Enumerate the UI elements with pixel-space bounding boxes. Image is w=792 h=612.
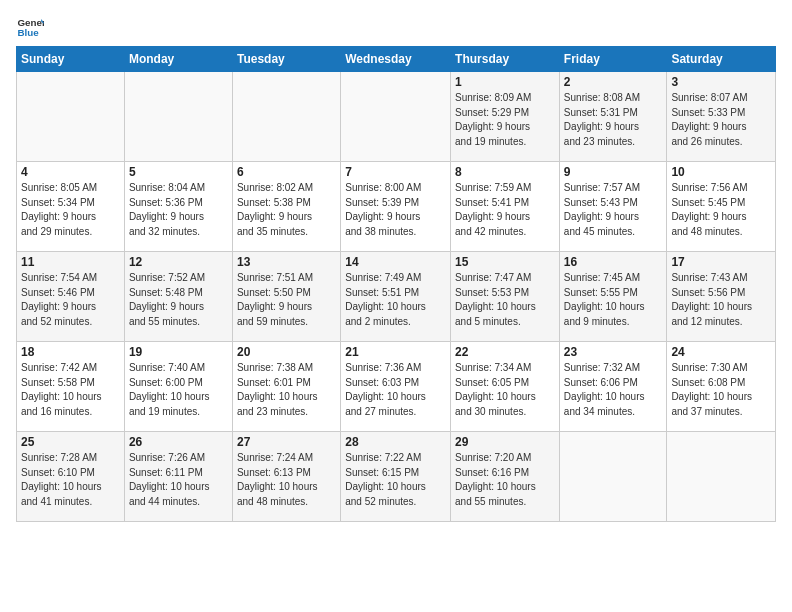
day-cell — [559, 432, 667, 522]
day-number: 8 — [455, 165, 555, 179]
week-row-2: 4Sunrise: 8:05 AM Sunset: 5:34 PM Daylig… — [17, 162, 776, 252]
logo: General Blue — [16, 12, 46, 40]
day-info: Sunrise: 7:52 AM Sunset: 5:48 PM Dayligh… — [129, 271, 228, 329]
week-row-4: 18Sunrise: 7:42 AM Sunset: 5:58 PM Dayli… — [17, 342, 776, 432]
day-info: Sunrise: 7:38 AM Sunset: 6:01 PM Dayligh… — [237, 361, 336, 419]
calendar-header: SundayMondayTuesdayWednesdayThursdayFrid… — [17, 47, 776, 72]
header-cell-thursday: Thursday — [451, 47, 560, 72]
day-number: 23 — [564, 345, 663, 359]
day-cell: 22Sunrise: 7:34 AM Sunset: 6:05 PM Dayli… — [451, 342, 560, 432]
calendar-body: 1Sunrise: 8:09 AM Sunset: 5:29 PM Daylig… — [17, 72, 776, 522]
day-cell: 11Sunrise: 7:54 AM Sunset: 5:46 PM Dayli… — [17, 252, 125, 342]
day-cell: 6Sunrise: 8:02 AM Sunset: 5:38 PM Daylig… — [232, 162, 340, 252]
day-number: 16 — [564, 255, 663, 269]
week-row-1: 1Sunrise: 8:09 AM Sunset: 5:29 PM Daylig… — [17, 72, 776, 162]
day-cell — [124, 72, 232, 162]
day-number: 26 — [129, 435, 228, 449]
week-row-5: 25Sunrise: 7:28 AM Sunset: 6:10 PM Dayli… — [17, 432, 776, 522]
day-cell: 26Sunrise: 7:26 AM Sunset: 6:11 PM Dayli… — [124, 432, 232, 522]
day-number: 18 — [21, 345, 120, 359]
day-cell: 24Sunrise: 7:30 AM Sunset: 6:08 PM Dayli… — [667, 342, 776, 432]
day-number: 20 — [237, 345, 336, 359]
day-info: Sunrise: 7:42 AM Sunset: 5:58 PM Dayligh… — [21, 361, 120, 419]
day-number: 14 — [345, 255, 446, 269]
day-cell: 21Sunrise: 7:36 AM Sunset: 6:03 PM Dayli… — [341, 342, 451, 432]
day-cell: 9Sunrise: 7:57 AM Sunset: 5:43 PM Daylig… — [559, 162, 667, 252]
day-number: 3 — [671, 75, 771, 89]
calendar-table: SundayMondayTuesdayWednesdayThursdayFrid… — [16, 46, 776, 522]
week-row-3: 11Sunrise: 7:54 AM Sunset: 5:46 PM Dayli… — [17, 252, 776, 342]
day-number: 1 — [455, 75, 555, 89]
day-number: 17 — [671, 255, 771, 269]
day-number: 13 — [237, 255, 336, 269]
day-info: Sunrise: 7:45 AM Sunset: 5:55 PM Dayligh… — [564, 271, 663, 329]
day-number: 4 — [21, 165, 120, 179]
day-number: 11 — [21, 255, 120, 269]
day-number: 29 — [455, 435, 555, 449]
day-info: Sunrise: 7:36 AM Sunset: 6:03 PM Dayligh… — [345, 361, 446, 419]
day-info: Sunrise: 7:24 AM Sunset: 6:13 PM Dayligh… — [237, 451, 336, 509]
day-cell: 23Sunrise: 7:32 AM Sunset: 6:06 PM Dayli… — [559, 342, 667, 432]
day-info: Sunrise: 8:09 AM Sunset: 5:29 PM Dayligh… — [455, 91, 555, 149]
day-cell: 5Sunrise: 8:04 AM Sunset: 5:36 PM Daylig… — [124, 162, 232, 252]
day-number: 22 — [455, 345, 555, 359]
day-number: 25 — [21, 435, 120, 449]
day-info: Sunrise: 7:51 AM Sunset: 5:50 PM Dayligh… — [237, 271, 336, 329]
day-number: 10 — [671, 165, 771, 179]
day-info: Sunrise: 8:07 AM Sunset: 5:33 PM Dayligh… — [671, 91, 771, 149]
day-cell: 3Sunrise: 8:07 AM Sunset: 5:33 PM Daylig… — [667, 72, 776, 162]
day-number: 9 — [564, 165, 663, 179]
header-cell-monday: Monday — [124, 47, 232, 72]
day-cell: 25Sunrise: 7:28 AM Sunset: 6:10 PM Dayli… — [17, 432, 125, 522]
day-info: Sunrise: 7:54 AM Sunset: 5:46 PM Dayligh… — [21, 271, 120, 329]
header-cell-wednesday: Wednesday — [341, 47, 451, 72]
day-info: Sunrise: 7:28 AM Sunset: 6:10 PM Dayligh… — [21, 451, 120, 509]
header-cell-saturday: Saturday — [667, 47, 776, 72]
header: General Blue — [16, 12, 776, 40]
day-cell — [17, 72, 125, 162]
day-info: Sunrise: 7:30 AM Sunset: 6:08 PM Dayligh… — [671, 361, 771, 419]
day-cell: 20Sunrise: 7:38 AM Sunset: 6:01 PM Dayli… — [232, 342, 340, 432]
day-info: Sunrise: 8:05 AM Sunset: 5:34 PM Dayligh… — [21, 181, 120, 239]
day-cell: 14Sunrise: 7:49 AM Sunset: 5:51 PM Dayli… — [341, 252, 451, 342]
header-cell-tuesday: Tuesday — [232, 47, 340, 72]
day-number: 2 — [564, 75, 663, 89]
day-cell: 27Sunrise: 7:24 AM Sunset: 6:13 PM Dayli… — [232, 432, 340, 522]
day-info: Sunrise: 8:04 AM Sunset: 5:36 PM Dayligh… — [129, 181, 228, 239]
header-row: SundayMondayTuesdayWednesdayThursdayFrid… — [17, 47, 776, 72]
day-info: Sunrise: 7:22 AM Sunset: 6:15 PM Dayligh… — [345, 451, 446, 509]
day-cell: 17Sunrise: 7:43 AM Sunset: 5:56 PM Dayli… — [667, 252, 776, 342]
day-info: Sunrise: 7:32 AM Sunset: 6:06 PM Dayligh… — [564, 361, 663, 419]
day-cell: 29Sunrise: 7:20 AM Sunset: 6:16 PM Dayli… — [451, 432, 560, 522]
day-info: Sunrise: 7:56 AM Sunset: 5:45 PM Dayligh… — [671, 181, 771, 239]
day-cell: 28Sunrise: 7:22 AM Sunset: 6:15 PM Dayli… — [341, 432, 451, 522]
day-number: 12 — [129, 255, 228, 269]
day-info: Sunrise: 7:47 AM Sunset: 5:53 PM Dayligh… — [455, 271, 555, 329]
header-cell-sunday: Sunday — [17, 47, 125, 72]
day-cell — [341, 72, 451, 162]
day-cell: 8Sunrise: 7:59 AM Sunset: 5:41 PM Daylig… — [451, 162, 560, 252]
day-cell: 13Sunrise: 7:51 AM Sunset: 5:50 PM Dayli… — [232, 252, 340, 342]
day-cell: 7Sunrise: 8:00 AM Sunset: 5:39 PM Daylig… — [341, 162, 451, 252]
day-info: Sunrise: 7:34 AM Sunset: 6:05 PM Dayligh… — [455, 361, 555, 419]
day-info: Sunrise: 8:00 AM Sunset: 5:39 PM Dayligh… — [345, 181, 446, 239]
day-info: Sunrise: 8:02 AM Sunset: 5:38 PM Dayligh… — [237, 181, 336, 239]
day-cell: 15Sunrise: 7:47 AM Sunset: 5:53 PM Dayli… — [451, 252, 560, 342]
day-cell: 19Sunrise: 7:40 AM Sunset: 6:00 PM Dayli… — [124, 342, 232, 432]
day-cell: 2Sunrise: 8:08 AM Sunset: 5:31 PM Daylig… — [559, 72, 667, 162]
day-info: Sunrise: 8:08 AM Sunset: 5:31 PM Dayligh… — [564, 91, 663, 149]
day-cell: 18Sunrise: 7:42 AM Sunset: 5:58 PM Dayli… — [17, 342, 125, 432]
day-info: Sunrise: 7:26 AM Sunset: 6:11 PM Dayligh… — [129, 451, 228, 509]
day-number: 6 — [237, 165, 336, 179]
day-number: 5 — [129, 165, 228, 179]
header-cell-friday: Friday — [559, 47, 667, 72]
svg-text:Blue: Blue — [17, 27, 39, 38]
logo-icon: General Blue — [16, 12, 44, 40]
day-cell — [232, 72, 340, 162]
day-number: 21 — [345, 345, 446, 359]
day-number: 7 — [345, 165, 446, 179]
day-cell: 16Sunrise: 7:45 AM Sunset: 5:55 PM Dayli… — [559, 252, 667, 342]
page: General Blue SundayMondayTuesdayWednesda… — [0, 0, 792, 612]
day-cell — [667, 432, 776, 522]
day-number: 19 — [129, 345, 228, 359]
